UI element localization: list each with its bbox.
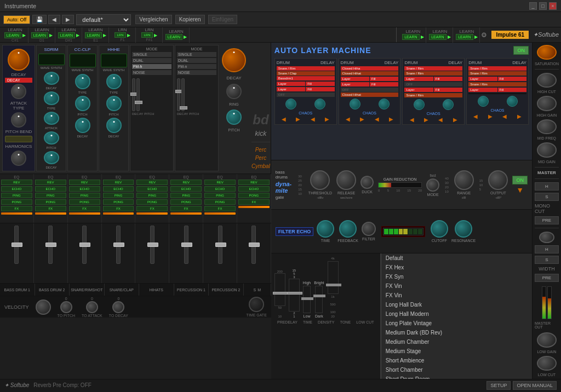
settings-icon[interactable]: ⚙ xyxy=(481,31,487,39)
preset-fx-vin[interactable]: FX Vin xyxy=(381,281,532,291)
mode-dual-2[interactable]: DUAL xyxy=(177,58,216,63)
learn-btn-5[interactable]: LRN xyxy=(115,32,125,38)
learn-play-3[interactable]: ▶ xyxy=(76,33,79,38)
time-gate-knob[interactable] xyxy=(249,297,264,312)
alm-slot-1-5[interactable]: Fill xyxy=(306,82,334,86)
pitch-slider-2[interactable] xyxy=(181,78,185,111)
learn-btn-4[interactable]: LEARN xyxy=(85,32,102,38)
time-knob[interactable] xyxy=(317,220,334,238)
alm-slot-1-1[interactable]: Snare / Rim xyxy=(277,66,335,71)
minimize-btn[interactable]: _ xyxy=(529,2,537,10)
preset-long-plate-vintage[interactable]: Long Plate Vintage xyxy=(381,319,532,328)
learn-btn-r2[interactable]: LEARN xyxy=(429,34,446,40)
pitch-slider-1[interactable] xyxy=(136,78,140,111)
learn-play-1[interactable]: ▶ xyxy=(22,33,26,38)
ping-btn-5[interactable]: PING xyxy=(136,193,168,198)
learn-play-5[interactable]: ▶ xyxy=(127,33,130,38)
mid-freq-knob[interactable] xyxy=(537,119,557,134)
preset-short-drum-room[interactable]: Short Drum Room xyxy=(381,374,532,379)
alm-slot-4-4[interactable]: Fill xyxy=(498,77,526,81)
learn-play-r3[interactable]: ▶ xyxy=(474,34,478,39)
pitch-knob-ccclp[interactable] xyxy=(75,96,90,111)
alm-slot-3-6[interactable]: Layer xyxy=(404,88,433,92)
alm-slot-2-5[interactable]: Layer xyxy=(341,82,369,87)
auto-off-btn[interactable]: Auto: Off xyxy=(3,15,30,24)
pre-btn-2[interactable]: PRE xyxy=(535,274,559,282)
preset-fx-syn[interactable]: FX Syn xyxy=(381,272,532,281)
pong-btn-8[interactable]: PONG xyxy=(238,193,270,198)
dyna-scroll-down[interactable]: ▼ xyxy=(516,186,524,194)
alm-slot-3-2[interactable]: Snare / Rim xyxy=(404,71,462,76)
decay-slider-1[interactable] xyxy=(132,78,135,111)
alm-knob-2-1[interactable] xyxy=(350,99,360,109)
save-btn[interactable]: 💾 xyxy=(32,15,47,24)
fader-handle-8[interactable] xyxy=(249,243,260,247)
alm-slot-3-5[interactable]: OFF xyxy=(404,82,462,87)
alm-slot-4-6[interactable]: Layer xyxy=(468,88,497,92)
decay-knob[interactable] xyxy=(8,49,30,71)
h-btn-2[interactable]: H xyxy=(535,245,559,253)
rev-btn-8[interactable]: REV xyxy=(238,180,270,185)
alm-slot-1-6[interactable]: Layer xyxy=(277,87,305,91)
alm-knob-3-2[interactable] xyxy=(443,99,454,110)
arrow-right2-3[interactable]: ▶ xyxy=(453,117,457,123)
to-attack-knob[interactable] xyxy=(86,301,98,313)
arrow-right-2[interactable]: ▶ xyxy=(360,116,364,122)
arrow-left-3[interactable]: ◀ xyxy=(410,117,414,123)
echo-btn-5[interactable]: ECHO xyxy=(136,186,168,192)
feedback-knob[interactable] xyxy=(339,220,357,238)
preset-short-chamber[interactable]: Short Chamber xyxy=(381,365,532,374)
echo-btn-7[interactable]: ECHO xyxy=(204,186,236,192)
arrow-left-1[interactable]: ◀ xyxy=(282,116,286,122)
time-slider[interactable] xyxy=(289,279,300,312)
pong-btn-6[interactable]: PONG xyxy=(170,199,202,205)
arrow-right2-4[interactable]: ▶ xyxy=(517,113,522,119)
preset-default[interactable]: Default xyxy=(381,253,532,263)
ping-btn-3[interactable]: PING xyxy=(69,193,100,198)
duck-knob[interactable] xyxy=(360,176,374,189)
forward-btn[interactable]: ▶ xyxy=(62,15,74,24)
arrow-left2-4[interactable]: ◀ xyxy=(502,113,507,119)
alm-slot-1-4[interactable]: Layer xyxy=(277,82,305,86)
lowcut-handle[interactable] xyxy=(326,284,341,286)
preset-medium-stage[interactable]: Medium Stage xyxy=(381,347,532,356)
alm-slot-1-2[interactable]: Snare / Clap xyxy=(277,71,335,76)
einfugen-btn[interactable]: Einfügen xyxy=(208,15,237,24)
pitch-knob-sdrim[interactable] xyxy=(44,131,59,145)
alm-slot-2-3[interactable]: Layer xyxy=(341,77,369,81)
arrow-right2-2[interactable]: ▶ xyxy=(389,116,393,122)
alm-knob-4-1[interactable] xyxy=(478,96,489,107)
to-decay-knob[interactable] xyxy=(112,301,124,313)
release-knob[interactable] xyxy=(336,170,356,190)
learn-play-2[interactable]: ▶ xyxy=(49,33,53,38)
arrow-right2-1[interactable]: ▶ xyxy=(325,116,329,122)
ping-btn-2[interactable]: PING xyxy=(35,193,66,198)
preset-fx-hex[interactable]: FX Hex xyxy=(381,263,532,272)
echo-btn-1[interactable]: ECHO xyxy=(1,186,32,192)
mode-fmh-1[interactable]: FM-h xyxy=(132,64,171,69)
decay-knob-hhhe[interactable] xyxy=(106,118,122,133)
echo-btn-3[interactable]: ECHO xyxy=(69,186,100,192)
alm-slot-3-8[interactable]: Snare / Rim xyxy=(404,93,462,97)
mode-noise-1[interactable]: NOISE xyxy=(132,70,171,75)
output-knob[interactable] xyxy=(488,170,508,190)
fader-handle-4[interactable] xyxy=(113,243,124,247)
low-cut-knob[interactable] xyxy=(537,356,557,371)
ping-btn-4[interactable]: PING xyxy=(103,193,134,198)
fader-handle-6[interactable] xyxy=(181,243,192,247)
alm-slot-3-4[interactable]: Fill xyxy=(434,77,462,81)
range-knob[interactable] xyxy=(454,170,474,190)
tone-handle[interactable] xyxy=(313,295,325,297)
mode-dual-1[interactable]: DUAL xyxy=(132,58,171,63)
density-slider[interactable] xyxy=(303,286,311,313)
learn-btn-3[interactable]: LEARN xyxy=(58,32,75,38)
arrow-right-4[interactable]: ▶ xyxy=(488,113,493,119)
alm-slot-3-1[interactable]: Snare / Rim xyxy=(404,66,462,71)
filter-knob[interactable] xyxy=(362,222,376,236)
rev-btn-4[interactable]: REV xyxy=(103,180,134,185)
s-btn-2[interactable]: S xyxy=(535,256,559,264)
echo-btn-8[interactable]: ECHO xyxy=(238,186,270,192)
alm-slot-2-1[interactable]: Closed Hiha xyxy=(341,66,399,71)
fader-track-7[interactable] xyxy=(218,226,222,264)
learn-play-7[interactable]: ▶ xyxy=(184,34,187,39)
